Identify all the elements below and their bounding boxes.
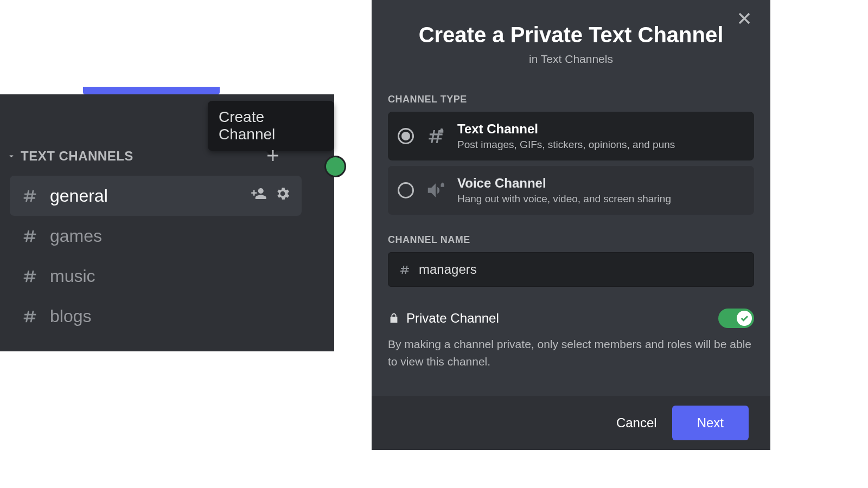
lock-icon [388, 312, 400, 324]
radio-voice-channel[interactable] [398, 182, 414, 198]
channel-name: games [50, 226, 102, 246]
hash-icon [21, 267, 39, 285]
channel-name: music [50, 266, 95, 286]
hash-icon [21, 187, 39, 205]
channel-item-games[interactable]: games [10, 216, 302, 256]
radio-text-channel[interactable] [398, 128, 414, 144]
channel-type-voice[interactable]: Voice Channel Hang out with voice, video… [388, 166, 754, 215]
private-channel-description: By making a channel private, only select… [388, 336, 754, 370]
toggle-knob [737, 311, 752, 326]
type-description: Hang out with voice, video, and screen s… [457, 193, 671, 205]
hash-icon [21, 307, 39, 325]
voice-connected-indicator[interactable] [324, 156, 346, 177]
private-channel-row: Private Channel [388, 309, 754, 328]
type-title: Text Channel [457, 121, 675, 137]
private-channel-label: Private Channel [406, 311, 499, 326]
channel-name-input-wrap[interactable] [388, 252, 754, 287]
chevron-down-icon [7, 151, 16, 161]
section-label-channel-name: CHANNEL NAME [388, 234, 770, 246]
next-button[interactable]: Next [672, 406, 749, 440]
category-header-text-channels[interactable]: TEXT CHANNELS [7, 149, 133, 164]
type-title: Voice Channel [457, 176, 671, 191]
plus-icon [264, 146, 282, 165]
hash-icon [21, 227, 39, 245]
channel-name-input[interactable] [419, 262, 744, 277]
modal-footer: Cancel Next [372, 396, 770, 450]
channel-name: blogs [50, 306, 92, 326]
hash-lock-icon [425, 126, 446, 146]
type-description: Post images, GIFs, stickers, opinions, a… [457, 139, 675, 151]
channel-name: general [50, 186, 108, 206]
category-label: TEXT CHANNELS [21, 149, 133, 164]
channel-list: general games music [10, 176, 302, 336]
private-channel-toggle[interactable] [718, 309, 754, 328]
create-channel-tooltip: Create Channel [208, 101, 334, 151]
hash-icon [398, 263, 411, 276]
channel-item-general[interactable]: general [10, 176, 302, 216]
invite-people-icon[interactable] [251, 185, 267, 206]
cancel-button[interactable]: Cancel [616, 415, 657, 431]
channel-item-blogs[interactable]: blogs [10, 296, 302, 336]
modal-subtitle: in Text Channels [372, 53, 770, 66]
gear-icon[interactable] [275, 185, 291, 206]
channel-type-text[interactable]: Text Channel Post images, GIFs, stickers… [388, 112, 754, 160]
close-button[interactable] [735, 9, 754, 30]
channel-sidebar: Create Channel TEXT CHANNELS general [0, 94, 334, 351]
channel-item-music[interactable]: music [10, 256, 302, 296]
create-channel-modal: Create a Private Text Channel in Text Ch… [372, 0, 770, 450]
modal-title: Create a Private Text Channel [372, 23, 770, 47]
create-channel-button[interactable] [264, 146, 282, 167]
section-label-channel-type: CHANNEL TYPE [388, 94, 770, 105]
close-icon [735, 9, 754, 28]
check-icon [739, 313, 749, 323]
new-badge-accent [83, 87, 220, 94]
speaker-lock-icon [425, 180, 446, 201]
